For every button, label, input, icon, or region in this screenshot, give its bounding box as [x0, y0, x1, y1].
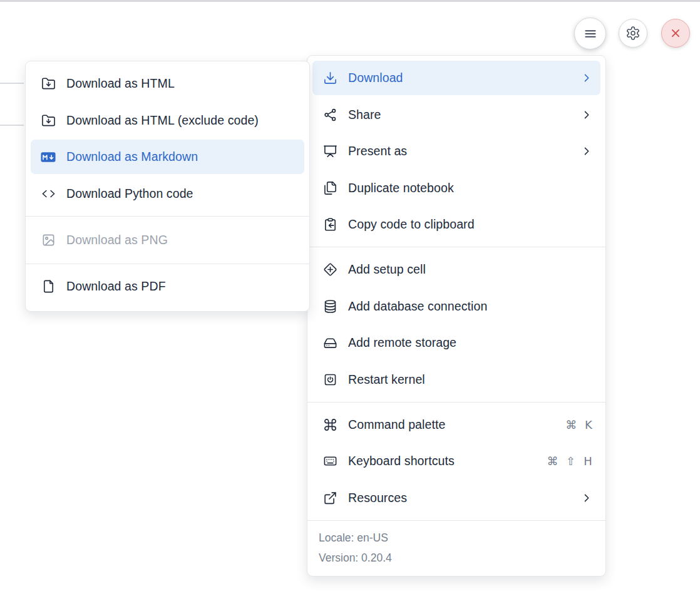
shortcut-hint: ⌘ K: [565, 418, 592, 431]
menu-item-copy-code[interactable]: Copy code to clipboard: [312, 207, 600, 242]
gear-icon: [625, 26, 641, 41]
submenu-item-download-html[interactable]: Download as HTML: [31, 66, 304, 101]
menu-section-main: Download Share Present: [307, 56, 605, 247]
database-icon: [322, 299, 337, 314]
duplicate-icon: [322, 180, 337, 195]
version-text: Version: 0.20.4: [319, 548, 594, 568]
menu-item-label: Keyboard shortcuts: [348, 454, 455, 468]
submenu-item-download-png[interactable]: Download as PNG: [31, 223, 304, 257]
background-cell-line: [0, 83, 24, 84]
menu-item-duplicate-notebook[interactable]: Duplicate notebook: [312, 171, 600, 205]
chevron-right-icon: [580, 109, 592, 121]
menu-item-present-as[interactable]: Present as: [312, 134, 600, 168]
chevron-right-icon: [580, 492, 592, 504]
menu-item-command-palette[interactable]: Command palette ⌘ K: [312, 408, 600, 442]
code-icon: [41, 186, 56, 201]
menu-item-label: Download Python code: [66, 187, 193, 201]
submenu-item-download-pdf[interactable]: Download as PDF: [31, 269, 304, 304]
menu-item-label: Download: [348, 71, 403, 85]
close-icon: [669, 26, 682, 40]
submenu-section-png: Download as PNG: [26, 216, 309, 264]
menu-item-keyboard-shortcuts[interactable]: Keyboard shortcuts ⌘ ⇧ H: [312, 444, 600, 478]
menu-item-label: Add database connection: [348, 299, 487, 314]
menu-item-label: Download as Markdown: [66, 150, 198, 164]
submenu-section-formats: Download as HTML Download as HTML (exclu…: [26, 61, 309, 216]
menu-item-label: Download as PDF: [66, 279, 166, 294]
menu-item-resources[interactable]: Resources: [312, 481, 600, 515]
hamburger-icon: [582, 26, 599, 42]
menu-item-add-setup-cell[interactable]: Add setup cell: [312, 252, 600, 287]
image-icon: [41, 232, 56, 247]
menu-item-label: Copy code to clipboard: [348, 217, 475, 232]
square-power-icon: [322, 372, 337, 387]
clipboard-copy-icon: [322, 217, 337, 232]
submenu-item-download-markdown[interactable]: Download as Markdown: [31, 140, 304, 174]
close-button[interactable]: [661, 19, 690, 48]
folder-download-icon: [41, 113, 56, 128]
menu-item-share[interactable]: Share: [312, 98, 600, 132]
menu-item-label: Add remote storage: [348, 336, 456, 350]
notebook-actions-menu: Download Share Present: [307, 55, 606, 577]
markdown-badge-icon: [41, 150, 56, 165]
diamond-plus-icon: [322, 262, 337, 277]
settings-button[interactable]: [619, 19, 647, 48]
menu-button[interactable]: [574, 18, 606, 49]
menu-item-add-remote-storage[interactable]: Add remote storage: [312, 326, 600, 360]
keyboard-icon: [322, 454, 337, 469]
menu-item-label: Share: [348, 108, 381, 122]
presentation-icon: [322, 144, 337, 159]
submenu-section-pdf: Download as PDF: [26, 264, 309, 311]
submenu-item-download-python-code[interactable]: Download Python code: [31, 177, 304, 211]
menu-item-label: Download as HTML (exclude code): [66, 113, 259, 128]
share-icon: [322, 107, 337, 122]
chevron-right-icon: [580, 145, 592, 157]
menu-item-label: Add setup cell: [348, 262, 426, 277]
chevron-right-icon: [580, 72, 592, 84]
locale-text: Locale: en-US: [319, 528, 594, 548]
menu-item-label: Restart kernel: [348, 372, 425, 387]
menu-item-restart-kernel[interactable]: Restart kernel: [312, 362, 600, 397]
menu-item-label: Duplicate notebook: [348, 181, 454, 195]
menu-section-help: Command palette ⌘ K Keyboard shortcuts ⌘…: [307, 402, 605, 520]
download-icon: [322, 71, 337, 86]
download-submenu: Download as HTML Download as HTML (exclu…: [25, 61, 310, 312]
menu-item-download[interactable]: Download: [312, 61, 600, 95]
menu-section-kernel: Add setup cell Add database connection: [307, 247, 605, 402]
hard-drive-icon: [322, 336, 337, 351]
menu-item-label: Present as: [348, 144, 407, 158]
menu-item-label: Download as PNG: [66, 233, 168, 247]
menu-item-label: Command palette: [348, 418, 445, 432]
submenu-item-download-html-exclude-code[interactable]: Download as HTML (exclude code): [31, 103, 304, 138]
background-cell-line: [0, 125, 24, 126]
shortcut-hint: ⌘ ⇧ H: [547, 454, 592, 468]
folder-download-icon: [41, 76, 56, 91]
external-link-icon: [322, 490, 337, 505]
file-icon: [41, 279, 56, 294]
top-toolbar-edge: [0, 0, 700, 2]
command-icon: [322, 417, 337, 432]
menu-item-add-database-connection[interactable]: Add database connection: [312, 289, 600, 324]
menu-item-label: Resources: [348, 491, 407, 505]
menu-item-label: Download as HTML: [66, 76, 175, 91]
menu-footer: Locale: en-US Version: 0.20.4: [307, 520, 605, 576]
